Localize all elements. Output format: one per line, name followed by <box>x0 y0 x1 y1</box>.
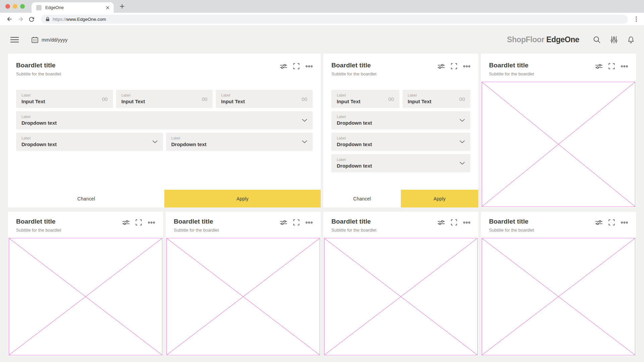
window-close-button[interactable] <box>5 4 10 9</box>
dropdown-field[interactable]: Label Dropdown text <box>166 133 313 151</box>
dropdown-value: Dropdown text <box>337 141 465 147</box>
expand-icon[interactable] <box>451 63 457 69</box>
date-picker[interactable]: mm/dd/yyyy <box>30 35 69 45</box>
boardlet-card-4: Boardlet title Subtitle for the boardlet <box>8 212 163 356</box>
brand-primary: ShopFloor <box>507 35 544 44</box>
cancel-button[interactable]: Chancel <box>323 190 401 207</box>
forward-arrow-icon[interactable] <box>16 15 25 23</box>
tab-close-icon[interactable] <box>105 5 110 10</box>
dropdown-field[interactable]: Label Dropdown text <box>331 154 470 172</box>
field-label: Label <box>408 93 465 97</box>
chevron-down-icon <box>460 119 465 122</box>
expand-icon[interactable] <box>608 219 615 226</box>
apply-button[interactable]: Apply <box>164 190 321 207</box>
browser-menu-icon[interactable] <box>634 15 638 23</box>
dropdown-field[interactable]: Label Dropdown text <box>331 133 470 151</box>
more-options-icon[interactable] <box>463 221 470 224</box>
input-field[interactable]: Label Input Text 00 <box>216 90 313 108</box>
input-value: Input Text <box>21 99 108 104</box>
cancel-button[interactable]: Chancel <box>8 190 164 207</box>
address-bar[interactable]: https://www.EdgeOne.com <box>41 15 628 24</box>
more-options-icon[interactable] <box>148 221 155 224</box>
input-value: Input Text <box>408 99 465 104</box>
lock-icon <box>46 17 50 21</box>
app-header: mm/dd/yyyy ShopFloorEdgeOne <box>0 26 644 54</box>
field-label: Label <box>21 93 108 97</box>
boardlet-title: Boardlet title <box>489 62 534 69</box>
input-field[interactable]: Label Input Text 00 <box>331 90 399 108</box>
card-heading: Boardlet title Subtitle for the boardlet <box>16 218 61 233</box>
input-unit: 00 <box>302 96 307 102</box>
chevron-down-icon <box>302 140 307 143</box>
expand-icon[interactable] <box>293 219 300 226</box>
chevron-down-icon <box>152 140 158 143</box>
input-unit: 00 <box>202 96 208 102</box>
image-placeholder <box>324 238 478 355</box>
browser-toolbar: https://www.EdgeOne.com <box>0 13 644 26</box>
boardlet-subtitle: Subtitle for the boardlet <box>16 228 61 233</box>
boardlet-title: Boardlet title <box>331 62 376 69</box>
hamburger-menu-icon[interactable] <box>9 36 20 44</box>
reload-icon[interactable] <box>27 15 36 23</box>
window-zoom-button[interactable] <box>20 4 25 9</box>
input-value: Input Text <box>221 99 307 104</box>
input-value: Input Text <box>337 99 394 104</box>
expand-icon[interactable] <box>451 219 457 226</box>
boardlet-subtitle: Subtitle for the boardlet <box>16 71 61 76</box>
field-label: Label <box>121 93 208 97</box>
boardlet-grid: Boardlet title Subtitle for the boardlet… <box>0 54 644 356</box>
chevron-down-icon <box>302 119 307 122</box>
browser-tab-strip: EdgeOne <box>0 0 644 13</box>
boardlet-title: Boardlet title <box>331 218 376 225</box>
dropdown-field[interactable]: Label Dropdown text <box>331 111 470 129</box>
input-field[interactable]: Label Input Text 00 <box>16 90 113 108</box>
filter-sliders-icon[interactable] <box>280 220 287 225</box>
boardlet-card-3: Boardlet title Subtitle for the boardlet <box>481 54 636 207</box>
expand-icon[interactable] <box>136 219 142 226</box>
input-field[interactable]: Label Input Text 00 <box>402 90 471 108</box>
filter-sliders-icon[interactable] <box>122 220 129 225</box>
filter-sliders-icon[interactable] <box>280 64 287 69</box>
more-options-icon[interactable] <box>463 65 470 68</box>
boardlet-subtitle: Subtitle for the boardlet <box>489 71 534 76</box>
more-options-icon[interactable] <box>621 65 628 68</box>
boardlet-title: Boardlet title <box>489 218 534 225</box>
notification-bell-icon[interactable] <box>627 36 635 44</box>
field-label: Label <box>21 115 307 119</box>
dropdown-field[interactable]: Label Dropdown text <box>16 111 313 129</box>
filter-sliders-icon[interactable] <box>595 64 602 69</box>
chevron-down-icon <box>460 140 465 143</box>
boardlet-subtitle: Subtitle for the boardlet <box>174 228 219 233</box>
field-label: Label <box>337 93 394 97</box>
dropdown-field[interactable]: Label Dropdown text <box>16 133 163 151</box>
card-heading: Boardlet title Subtitle for the boardlet <box>331 62 376 76</box>
field-label: Label <box>337 158 465 162</box>
browser-tab[interactable]: EdgeOne <box>32 2 114 13</box>
image-placeholder <box>166 238 320 355</box>
field-label: Label <box>337 115 465 119</box>
settings-sliders-icon[interactable] <box>610 36 618 44</box>
window-minimize-button[interactable] <box>13 4 17 9</box>
brand-logo: ShopFloorEdgeOne <box>507 35 579 44</box>
boardlet-card-2: Boardlet title Subtitle for the boardlet… <box>323 54 478 207</box>
new-tab-icon[interactable] <box>119 3 125 9</box>
apply-button[interactable]: Apply <box>401 190 478 207</box>
search-icon[interactable] <box>593 36 601 44</box>
tab-title: EdgeOne <box>45 5 105 10</box>
more-options-icon[interactable] <box>306 221 313 224</box>
filter-sliders-icon[interactable] <box>438 220 445 225</box>
filter-sliders-icon[interactable] <box>438 64 445 69</box>
input-field[interactable]: Label Input Text 00 <box>116 90 213 108</box>
more-options-icon[interactable] <box>621 221 628 224</box>
filter-sliders-icon[interactable] <box>595 220 602 225</box>
image-placeholder <box>9 238 162 355</box>
boardlet-subtitle: Subtitle for the boardlet <box>331 228 376 233</box>
image-placeholder <box>482 82 635 207</box>
expand-icon[interactable] <box>608 63 615 69</box>
back-arrow-icon[interactable] <box>5 15 14 23</box>
expand-icon[interactable] <box>293 63 300 69</box>
chevron-down-icon <box>460 162 465 165</box>
boardlet-card-7: Boardlet title Subtitle for the boardlet <box>481 212 636 356</box>
date-value: mm/dd/yyyy <box>42 37 67 43</box>
more-options-icon[interactable] <box>306 65 313 68</box>
